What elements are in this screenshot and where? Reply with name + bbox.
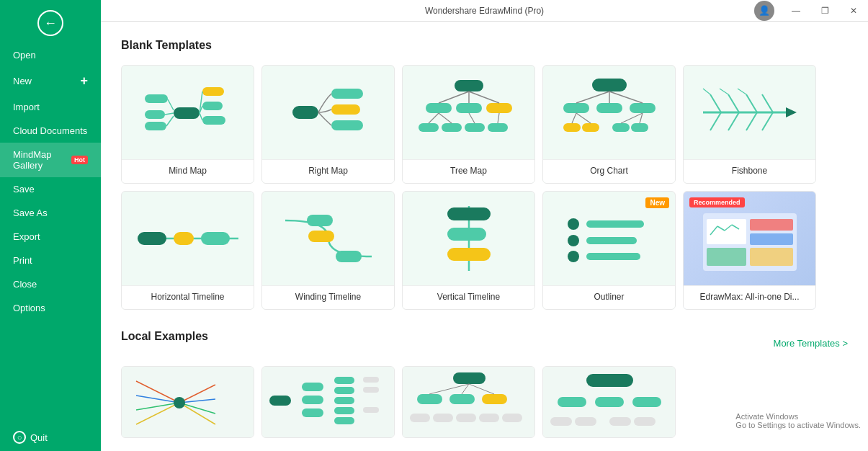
svg-rect-118 [479, 414, 499, 422]
vtimeline-svg [411, 199, 527, 278]
back-button[interactable]: ← [0, 0, 101, 43]
titlebar: Wondershare EdrawMind (Pro) 👤 — ❐ ✕ [101, 0, 868, 22]
svg-rect-98 [269, 396, 291, 406]
plus-icon: + [80, 73, 88, 89]
svg-rect-14 [331, 89, 363, 99]
svg-rect-62 [174, 232, 194, 245]
close-window-button[interactable]: ✕ [839, 0, 868, 22]
template-card-winding-timeline[interactable]: Winding Timeline [261, 191, 395, 310]
svg-line-4 [168, 99, 174, 110]
wtimeline-svg [271, 199, 386, 278]
sidebar-label-cloud: Cloud Documents [13, 125, 87, 136]
svg-rect-126 [595, 397, 624, 407]
svg-line-28 [429, 113, 439, 123]
sidebar-item-cloud[interactable]: Cloud Documents [0, 119, 101, 143]
sidebar-item-save-as[interactable]: Save As [0, 201, 101, 225]
sidebar-label-import: Import [13, 102, 40, 112]
template-card-mind-map[interactable]: Mind Map [121, 65, 254, 184]
example-svg-4 [543, 367, 676, 438]
more-templates-link[interactable]: More Templates > [774, 338, 848, 349]
sidebar-label-gallery: MindMap Gallery [13, 149, 64, 171]
svg-rect-7 [202, 87, 224, 96]
template-label-vertical-timeline: Vertical Timeline [403, 285, 534, 309]
svg-rect-24 [488, 123, 508, 132]
local-examples-header: Local Examples More Templates > [121, 330, 848, 356]
svg-rect-3 [145, 122, 166, 130]
sidebar-item-gallery[interactable]: MindMap Gallery Hot [0, 143, 101, 177]
example-svg-1 [122, 367, 254, 438]
svg-rect-102 [334, 377, 354, 384]
svg-line-30 [469, 113, 475, 123]
template-preview-winding-timeline [262, 192, 394, 285]
template-card-org-chart[interactable]: Org Chart [542, 65, 676, 184]
svg-line-43 [572, 113, 576, 123]
sidebar-item-new[interactable]: New + [0, 67, 101, 95]
template-card-outliner[interactable]: New Outliner [542, 191, 676, 310]
svg-rect-19 [456, 103, 482, 113]
svg-line-27 [469, 91, 499, 103]
template-card-vertical-timeline[interactable]: Vertical Timeline [402, 191, 535, 310]
svg-line-57 [703, 89, 710, 94]
svg-line-58 [720, 89, 728, 94]
svg-rect-82 [750, 248, 793, 266]
sidebar-label-export: Export [13, 231, 40, 242]
svg-line-49 [710, 94, 721, 112]
back-circle-icon[interactable]: ← [37, 10, 63, 36]
sidebar-item-options[interactable]: Options [0, 296, 101, 320]
user-avatar[interactable]: 👤 [754, 1, 774, 21]
template-card-edrawmax[interactable]: Recommended [683, 191, 816, 310]
hot-badge: Hot [71, 156, 88, 164]
sidebar-item-print[interactable]: Print [0, 249, 101, 272]
template-preview-mind-map [122, 66, 254, 159]
sidebar-label-print: Print [13, 255, 32, 266]
svg-rect-68 [447, 207, 491, 220]
svg-rect-109 [363, 407, 379, 413]
svg-rect-119 [502, 414, 522, 422]
example-card-2[interactable] [261, 366, 395, 438]
svg-rect-76 [586, 253, 640, 260]
svg-rect-36 [563, 123, 581, 132]
svg-rect-66 [336, 251, 362, 262]
mind-map-svg [130, 73, 246, 152]
minimize-button[interactable]: — [782, 0, 810, 22]
example-card-3[interactable] [402, 366, 535, 438]
sidebar-item-export[interactable]: Export [0, 225, 101, 249]
sidebar-item-save[interactable]: Save [0, 177, 101, 201]
sidebar-item-open[interactable]: Open [0, 43, 101, 67]
org-chart-svg [552, 73, 667, 152]
svg-rect-34 [596, 103, 622, 113]
example-card-1[interactable] [121, 366, 254, 438]
sidebar-label-open: Open [13, 50, 36, 61]
svg-line-50 [728, 94, 739, 112]
svg-rect-21 [419, 123, 439, 132]
svg-rect-105 [334, 407, 354, 414]
template-card-fishbone[interactable]: Fishbone [683, 65, 816, 184]
svg-rect-101 [302, 408, 323, 417]
svg-line-31 [498, 113, 499, 123]
template-label-tree-map: Tree Map [403, 159, 534, 183]
maximize-button[interactable]: ❐ [810, 0, 839, 22]
sidebar-item-import[interactable]: Import [0, 95, 101, 119]
svg-point-73 [568, 235, 579, 246]
templates-grid: Mind Map Right Map [121, 65, 848, 310]
svg-line-51 [746, 94, 757, 112]
sidebar-item-close[interactable]: Close [0, 272, 101, 296]
template-card-horizontal-timeline[interactable]: Horizontal Timeline [121, 191, 254, 310]
blank-templates-title: Blank Templates [121, 39, 848, 52]
template-label-fishbone: Fishbone [684, 159, 815, 183]
example-card-4[interactable] [542, 366, 676, 438]
template-card-right-map[interactable]: Right Map [261, 65, 395, 184]
svg-line-55 [746, 112, 757, 130]
example-svg-3 [403, 367, 535, 438]
sidebar-label-new: New [13, 76, 32, 86]
outliner-svg [552, 199, 667, 278]
svg-rect-32 [592, 79, 627, 91]
svg-rect-107 [363, 377, 379, 383]
svg-line-5 [165, 113, 174, 115]
sidebar-item-quit[interactable]: ○ Quit [0, 424, 101, 451]
template-label-right-map: Right Map [262, 159, 394, 183]
svg-rect-80 [750, 233, 793, 245]
quit-circle-icon: ○ [13, 431, 26, 444]
template-card-tree-map[interactable]: Tree Map [402, 65, 535, 184]
sidebar-label-close: Close [13, 279, 37, 290]
